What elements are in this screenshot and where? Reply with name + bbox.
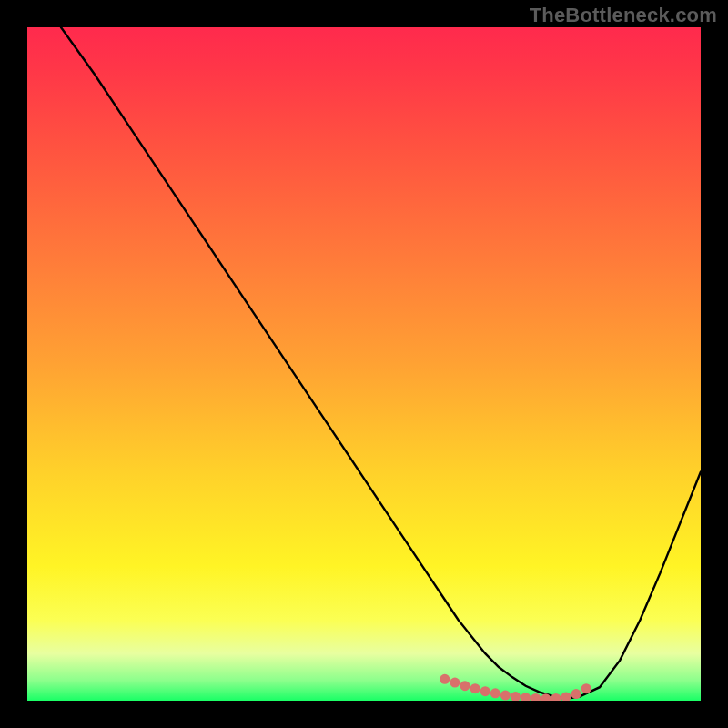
curve-marker bbox=[440, 674, 450, 684]
bottleneck-curve bbox=[61, 27, 701, 699]
chart-svg bbox=[27, 27, 701, 701]
curve-marker bbox=[581, 683, 592, 693]
curve-marker bbox=[521, 693, 531, 701]
plot-area bbox=[27, 27, 701, 701]
curve-marker bbox=[450, 678, 460, 688]
curve-marker bbox=[470, 683, 480, 693]
curve-marker bbox=[561, 692, 571, 701]
curve-marker bbox=[460, 681, 470, 691]
curve-marker bbox=[571, 689, 581, 699]
curve-marker bbox=[480, 686, 490, 696]
curve-marker bbox=[551, 693, 561, 701]
curve-marker bbox=[500, 691, 511, 701]
curve-marker bbox=[511, 692, 521, 701]
chart-frame: TheBottleneck.com bbox=[0, 0, 728, 728]
curve-marker bbox=[531, 693, 541, 701]
watermark-text: TheBottleneck.com bbox=[530, 4, 717, 27]
curve-marker bbox=[490, 688, 500, 698]
